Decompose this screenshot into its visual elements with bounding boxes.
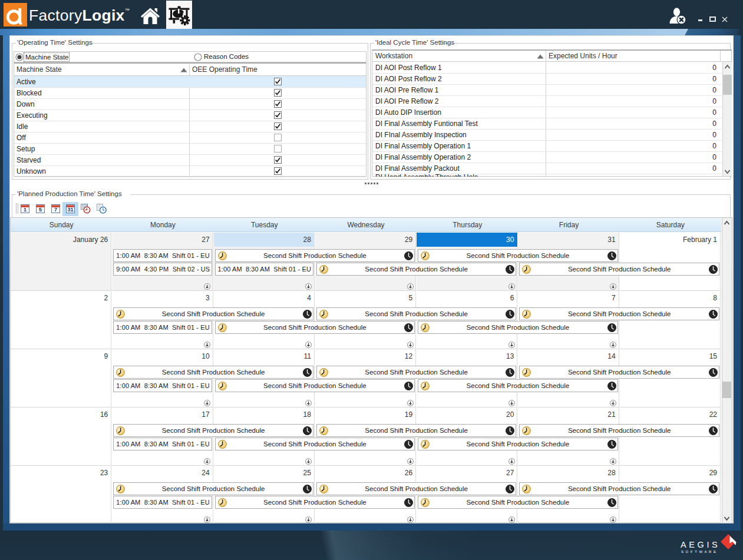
svg-text:7: 7: [54, 207, 57, 213]
svg-text:31: 31: [67, 207, 73, 213]
svg-text:5: 5: [38, 207, 41, 213]
svg-text:1: 1: [23, 207, 26, 213]
